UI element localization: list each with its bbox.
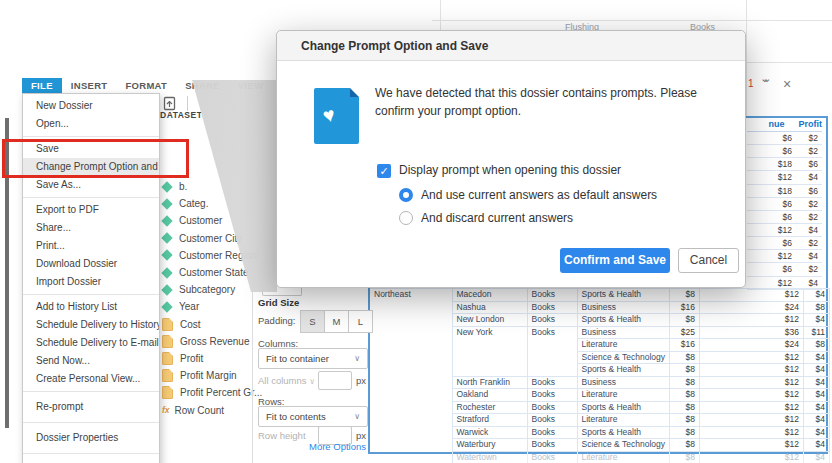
add-data-icon[interactable] xyxy=(163,96,176,111)
file-menu-item[interactable]: Import Dossier xyxy=(23,273,159,291)
menubar-item-format[interactable]: FORMAT xyxy=(116,78,176,93)
dataset-attribute-item[interactable]: Subcategory xyxy=(161,281,262,298)
file-menu-item[interactable]: Schedule Delivery to E-mail... xyxy=(23,334,159,352)
cell-cost: $8 xyxy=(669,389,699,402)
file-menu-item[interactable]: Convert to Document xyxy=(23,457,159,463)
all-columns-value: All columns xyxy=(258,375,307,386)
file-menu-item[interactable]: New Dossier xyxy=(23,97,159,115)
cell-revenue: $12 xyxy=(699,451,803,463)
dataset-attribute-item[interactable]: Year xyxy=(161,298,262,315)
menubar-item-insert[interactable]: INSERT xyxy=(62,78,117,93)
close-panel-icon[interactable]: × xyxy=(783,76,791,92)
red-highlight-rectangle xyxy=(2,139,189,178)
dataset-attribute-item[interactable]: Customer State xyxy=(161,264,262,281)
file-menu-item[interactable]: Save As... xyxy=(23,176,159,194)
confirm-and-save-button[interactable]: Confirm and Save xyxy=(560,248,670,273)
grid-covered-row: $18$6 xyxy=(747,158,822,171)
change-prompt-dialog: Change Prompt Option and Save ♥ We have … xyxy=(276,30,746,288)
dataset-item-label: Profit xyxy=(180,353,203,364)
cell-subcategory: Sports & Health xyxy=(577,289,669,302)
cell-category: Books xyxy=(527,451,577,463)
attribute-diamond-icon xyxy=(161,284,172,295)
file-menu-item[interactable]: Print... xyxy=(23,237,159,255)
grid-covered-row: $12$4 xyxy=(747,250,822,263)
cell-profit: $4 xyxy=(803,364,829,377)
file-menu-item[interactable]: Dossier Properties xyxy=(23,426,159,450)
grid-covered-row: $6$2 xyxy=(747,198,822,211)
dataset-attribute-item[interactable]: Customer xyxy=(161,212,262,229)
cell-revenue: $6 xyxy=(747,263,796,275)
file-menu-item[interactable]: Re-prompt xyxy=(23,395,159,419)
cell-subcategory: Business xyxy=(577,376,669,389)
right-panel-border xyxy=(746,0,747,116)
file-menu-item[interactable]: Export to PDF xyxy=(23,201,159,219)
dataset-attribute-item[interactable]: b. xyxy=(161,178,262,195)
menubar-item-share[interactable]: SHARE xyxy=(176,78,229,93)
rows-fit-dropdown[interactable]: Fit to contents ∨ xyxy=(258,406,368,427)
cell-profit: $8 xyxy=(803,301,829,314)
use-current-answers-radio[interactable] xyxy=(399,188,413,202)
grid-covered-row: $18$6 xyxy=(747,185,822,198)
cell-revenue: $6 xyxy=(747,145,796,157)
discard-answers-label[interactable]: And discard current answers xyxy=(421,211,573,225)
use-current-answers-label[interactable]: And use current answers as default answe… xyxy=(421,188,657,202)
dataset-metric-item[interactable]: Gross Revenue xyxy=(161,333,262,350)
metric-document-icon xyxy=(162,352,173,365)
cell-profit: $4 xyxy=(796,171,822,183)
file-menu-item[interactable]: Schedule Delivery to History List... xyxy=(23,316,159,334)
grid-header-profit[interactable]: Profit xyxy=(799,118,823,131)
grid-header-revenue-truncated[interactable]: nue xyxy=(747,118,799,131)
file-menu-item[interactable]: Create Personal View... xyxy=(23,370,159,388)
display-prompt-checkbox-label[interactable]: Display prompt when opening this dossier xyxy=(399,163,621,177)
padding-option-m[interactable]: M xyxy=(325,310,349,333)
cell-profit: $6 xyxy=(796,185,822,197)
cell-profit: $4 xyxy=(803,451,829,463)
dataset-metric-item[interactable]: Profit Margin xyxy=(161,367,262,384)
display-prompt-checkbox[interactable]: ✓ xyxy=(377,164,391,178)
cell-revenue: $18 xyxy=(747,158,796,170)
more-options-link[interactable]: More Options xyxy=(280,441,366,452)
dataset-attribute-item[interactable]: Customer City xyxy=(161,230,262,247)
cell-subcategory: Business xyxy=(577,326,669,339)
cell-category: Books xyxy=(527,389,577,402)
grid-table[interactable]: NortheastMacedonBooksSports & Health$8$1… xyxy=(370,288,830,463)
cell-revenue: $12 xyxy=(747,171,796,183)
cell-category: Books xyxy=(527,376,577,389)
dataset-function-metric-item[interactable]: fxRow Count xyxy=(161,401,262,418)
page-fold xyxy=(350,88,359,97)
menubar-item-view[interactable]: VIEW xyxy=(229,78,272,93)
grid-row[interactable]: NortheastMacedonBooksSports & Health$8$1… xyxy=(370,289,829,302)
cell-profit: $4 xyxy=(803,376,829,389)
cell-cost: $8 xyxy=(669,351,699,364)
dataset-attribute-item[interactable]: Customer Region xyxy=(161,247,262,264)
file-menu-item[interactable]: Download Dossier xyxy=(23,255,159,273)
cell-cost: $8 xyxy=(669,289,699,302)
cell-cost: $25 xyxy=(669,326,699,339)
column-width-input[interactable] xyxy=(318,371,352,390)
dataset-metric-item[interactable]: Profit xyxy=(161,350,262,367)
file-menu-item[interactable]: Send Now... xyxy=(23,352,159,370)
padding-option-s[interactable]: S xyxy=(300,310,325,333)
file-menu-item[interactable]: Open... xyxy=(23,115,159,133)
discard-answers-radio[interactable] xyxy=(399,211,413,225)
padding-option-l[interactable]: L xyxy=(349,310,373,333)
cell-profit: $4 xyxy=(796,277,822,289)
dataset-metric-item[interactable]: Cost xyxy=(161,316,262,333)
menubar-item-file[interactable]: FILE xyxy=(22,78,62,93)
cancel-button[interactable]: Cancel xyxy=(678,248,739,273)
collapse-panel-icon[interactable]: ⌄⌄ xyxy=(760,72,764,85)
dataset-attribute-item[interactable]: Categ. xyxy=(161,195,262,212)
file-menu-item[interactable]: Add to History List xyxy=(23,298,159,316)
cell-revenue: $24 xyxy=(699,301,803,314)
attribute-diamond-icon xyxy=(161,250,172,261)
file-menu-item[interactable]: Share... xyxy=(23,219,159,237)
columns-fit-dropdown[interactable]: Fit to container ∨ xyxy=(258,348,368,369)
cell-city: New London xyxy=(452,314,527,327)
dataset-item-label: Year xyxy=(179,301,199,312)
dataset-item-label: Profit Percent Gr... xyxy=(180,387,262,398)
dataset-item-label: b. xyxy=(179,181,187,192)
dataset-metric-item[interactable]: Profit Percent Gr... xyxy=(161,384,262,401)
cell-revenue: $6 xyxy=(747,198,796,210)
cell-category: Books xyxy=(527,326,577,376)
cell-subcategory: Literature xyxy=(577,339,669,352)
